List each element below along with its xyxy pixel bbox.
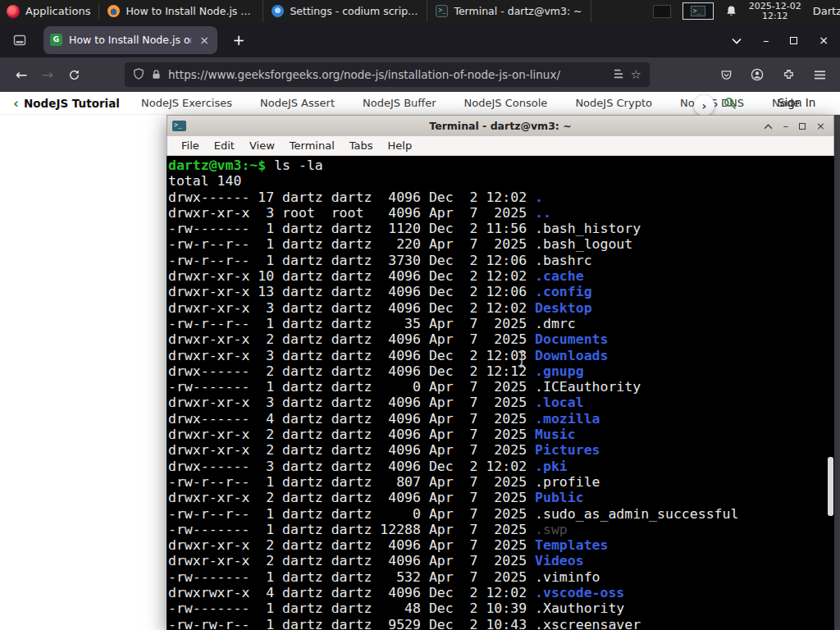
taskbar-window-button[interactable]: Terminal - dartz@vm3: ~ bbox=[427, 0, 591, 22]
terminal-scrollbar-thumb[interactable] bbox=[828, 457, 833, 516]
applications-menu-button[interactable]: Applications bbox=[0, 0, 98, 22]
extensions-puzzle-icon[interactable] bbox=[776, 62, 801, 87]
nav-more-chevron-button[interactable]: › bbox=[694, 95, 714, 116]
terminal-menu-terminal[interactable]: Terminal bbox=[282, 139, 342, 152]
taskbar-window-button[interactable]: Settings - codium script... bbox=[263, 0, 427, 22]
terminal-line: -rw-r--r-- 1 dartz dartz 807 Apr 7 2025 … bbox=[168, 474, 834, 490]
terminal-line: drwxr-xr-x 2 dartz dartz 4096 Apr 7 2025… bbox=[168, 537, 834, 553]
window-maximize-button[interactable] bbox=[790, 34, 797, 47]
terminal-menu-file[interactable]: File bbox=[174, 139, 207, 152]
terminal-line: drwxr-xr-x 2 dartz dartz 4096 Apr 7 2025… bbox=[168, 490, 834, 505]
terminal-line: -rw------- 1 dartz dartz 532 Apr 7 2025 … bbox=[168, 569, 834, 585]
clock[interactable]: 2025-12-02 12:12 bbox=[749, 2, 801, 21]
terminal-app-icon bbox=[172, 121, 186, 131]
site-search-icon[interactable] bbox=[724, 97, 737, 113]
taskbar-window-title: Terminal - dartz@vm3: ~ bbox=[454, 5, 582, 17]
settings-icon bbox=[272, 5, 284, 17]
terminal-titlebar[interactable]: Terminal - dartz@vm3: ~ – × bbox=[167, 115, 834, 136]
desktop: Applications How to Install Node.js o...… bbox=[0, 0, 840, 630]
terminal-title: Terminal - dartz@vm3: ~ bbox=[167, 120, 833, 132]
site-nav-item[interactable]: NodeJS Buffer bbox=[363, 97, 436, 109]
browser-tab[interactable]: G How to Install Node.js on... × bbox=[43, 26, 217, 54]
terminal-window: Terminal - dartz@vm3: ~ – × FileEditView… bbox=[167, 115, 834, 630]
menu-hamburger-icon[interactable] bbox=[807, 62, 832, 87]
back-button[interactable]: ← bbox=[8, 62, 34, 88]
terminal-line: drwxr-xr-x 2 dartz dartz 4096 Apr 7 2025… bbox=[168, 442, 834, 458]
terminal-line: total 140 bbox=[168, 173, 834, 189]
terminal-line: drwxr-xr-x 3 dartz dartz 4096 Apr 7 2025… bbox=[168, 395, 834, 410]
terminal-line: -rw-r--r-- 1 dartz dartz 35 Apr 7 2025 .… bbox=[168, 316, 834, 331]
terminal-line: drwxr-xr-x 3 dartz dartz 4096 Dec 2 12:0… bbox=[168, 348, 834, 363]
terminal-line: drwxr-xr-x 3 dartz dartz 4096 Dec 2 12:0… bbox=[168, 300, 834, 316]
terminal-line: -rw-r--r-- 1 dartz dartz 3730 Dec 2 12:0… bbox=[168, 253, 834, 268]
tab-close-icon[interactable]: × bbox=[198, 34, 211, 47]
taskbar-window-title: Settings - codium script... bbox=[290, 5, 418, 17]
terminal-line: drwx------ 17 dartz dartz 4096 Dec 2 12:… bbox=[168, 189, 834, 205]
account-icon[interactable] bbox=[745, 62, 769, 87]
terminal-menu-tabs[interactable]: Tabs bbox=[342, 139, 381, 152]
window-close-button[interactable]: × bbox=[819, 34, 829, 47]
show-desktop-icon[interactable] bbox=[653, 5, 671, 18]
terminal-output[interactable]: dartz@vm3:~$ ls -latotal 140drwx------ 1… bbox=[167, 156, 834, 630]
url-text: https://www.geeksforgeeks.org/node-js/in… bbox=[168, 68, 606, 81]
taskbar: Applications How to Install Node.js o...… bbox=[0, 0, 840, 22]
terminal-mini-icon bbox=[691, 6, 705, 16]
terminal-line: drwx------ 3 dartz dartz 4096 Dec 2 12:0… bbox=[168, 459, 834, 474]
terminal-line: drwxr-xr-x 10 dartz dartz 4096 Dec 2 12:… bbox=[168, 268, 834, 284]
firefox-icon bbox=[107, 5, 120, 17]
terminal-line: drwxr-xr-x 2 dartz dartz 4096 Apr 7 2025… bbox=[168, 553, 834, 568]
terminal-line: dartz@vm3:~$ ls -la bbox=[168, 158, 834, 173]
forward-button[interactable]: → bbox=[34, 62, 61, 88]
toolbar-icons bbox=[714, 62, 832, 87]
browser-scrollbar[interactable] bbox=[833, 115, 840, 630]
url-bar[interactable]: https://www.geeksforgeeks.org/node-js/in… bbox=[125, 62, 650, 87]
terminal-menu-edit[interactable]: Edit bbox=[207, 139, 242, 152]
terminal-menu-view[interactable]: View bbox=[242, 139, 282, 152]
window-minimize-button[interactable]: – bbox=[763, 34, 769, 47]
new-tab-button[interactable]: + bbox=[227, 31, 250, 48]
terminal-line: -rw-r--r-- 1 dartz dartz 0 Apr 7 2025 .s… bbox=[168, 506, 834, 522]
reload-button[interactable] bbox=[61, 62, 87, 88]
notification-bell-icon[interactable] bbox=[725, 5, 737, 17]
terminal-icon bbox=[436, 5, 448, 17]
tab-title: How to Install Node.js on... bbox=[69, 34, 191, 46]
user-label: Dartz bbox=[813, 5, 840, 17]
terminal-line: drwxr-xr-x 2 dartz dartz 4096 Apr 7 2025… bbox=[168, 331, 834, 347]
terminal-window-buttons: – × bbox=[764, 121, 833, 131]
reader-view-icon[interactable] bbox=[613, 67, 624, 83]
terminal-line: -rw-rw-r-- 1 dartz dartz 9529 Dec 2 10:4… bbox=[168, 617, 834, 630]
taskbar-window-button[interactable]: How to Install Node.js o... bbox=[99, 0, 263, 22]
firefox-view-icon[interactable] bbox=[7, 28, 32, 52]
browser-toolbar: ← → https://www.geeksforgeeks.org/node-j… bbox=[0, 57, 840, 92]
active-window-indicator[interactable] bbox=[682, 2, 714, 20]
nav-back-chevron-icon[interactable]: ‹ bbox=[13, 95, 19, 112]
terminal-line: drwxrwxr-x 4 dartz dartz 4096 Dec 2 12:0… bbox=[168, 585, 834, 600]
lock-icon[interactable] bbox=[151, 67, 162, 83]
clock-time: 12:12 bbox=[762, 11, 788, 21]
bookmark-star-icon[interactable]: ☆ bbox=[631, 67, 641, 82]
terminal-maximize-button[interactable] bbox=[799, 121, 806, 131]
terminal-line: -rw-r--r-- 1 dartz dartz 220 Apr 7 2025 … bbox=[168, 236, 834, 252]
terminal-minimize-button[interactable]: – bbox=[783, 121, 789, 131]
taskbar-windows: How to Install Node.js o...Settings - co… bbox=[99, 0, 591, 22]
sign-in-link[interactable]: Sign In bbox=[778, 96, 815, 109]
terminal-line: drwx------ 4 dartz dartz 4096 Apr 7 2025… bbox=[168, 411, 834, 427]
site-nav-item[interactable]: NodeJS Console bbox=[464, 97, 548, 109]
shield-icon[interactable] bbox=[133, 67, 144, 83]
site-nav-item[interactable]: NodeJS Exercises bbox=[141, 97, 232, 109]
terminal-menubar: FileEditViewTerminalTabsHelp bbox=[167, 136, 834, 156]
browser-tabstrip: G How to Install Node.js on... × + – × bbox=[0, 22, 840, 57]
terminal-menu-help[interactable]: Help bbox=[381, 139, 420, 152]
terminal-line: drwxr-xr-x 3 root root 4096 Apr 7 2025 .… bbox=[168, 205, 834, 221]
site-nav-item[interactable]: NodeJS Assert bbox=[260, 97, 335, 109]
list-tabs-chevron-icon[interactable] bbox=[732, 32, 742, 48]
site-nav-primary[interactable]: NodeJS Tutorial bbox=[24, 97, 120, 110]
terminal-line: drwxr-xr-x 2 dartz dartz 4096 Apr 7 2025… bbox=[168, 427, 834, 442]
terminal-rollup-icon[interactable] bbox=[764, 121, 773, 131]
terminal-close-button[interactable]: × bbox=[816, 121, 825, 131]
tabstrip-controls: – × bbox=[732, 32, 840, 48]
terminal-line: -rw------- 1 dartz dartz 48 Dec 2 10:39 … bbox=[168, 600, 834, 616]
taskbar-tray: 2025-12-02 12:12 Dartz bbox=[653, 0, 840, 22]
site-nav-item[interactable]: NodeJS Crypto bbox=[575, 97, 652, 109]
pocket-icon[interactable] bbox=[714, 62, 738, 87]
